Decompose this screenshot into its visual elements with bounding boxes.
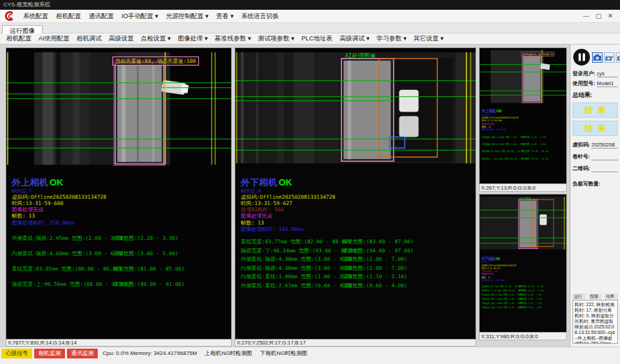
camera-up-button[interactable]: [604, 52, 614, 63]
left-pixel-coords: X:7677;Y:891;R:14;G:14;B:14: [6, 340, 232, 347]
measurement-value: 外侧直线-隔膜:2.95mm 范围:(2.00 - 3.50): [12, 235, 126, 241]
mid-camera-info: 外下相机OK NG判定:0 虚拟码:Offline202502081331347…: [241, 178, 335, 232]
log-text: 耗时: 222, 映射检测耗时: 17, 映射分离耗时: 0, 映射提取分区耗时…: [575, 302, 615, 344]
lower-camera-ng-link[interactable]: 下相机NG时检测图: [260, 349, 307, 358]
process-done-text: 图像处理完成: [241, 213, 335, 220]
coords-text: X:270;Y:2502;R:17;G:17;B:17: [237, 340, 306, 346]
mid-measurements: 直线宽度:83.77mm 范围:(82.00 - 88.00)报警范围:(83.…: [241, 238, 475, 291]
thumb-upper-view[interactable]: 当前亮度值:93, 动态亮度值:100 外上相机OK NG判定:T 虚拟码:Of…: [479, 47, 567, 184]
ai-image-overlay: AI处理图像: [519, 197, 531, 201]
left-camera-info: 外上相机OK NG判定:T 虚拟码:Offline202502081331347…: [12, 178, 106, 226]
alarm-range: 报警范围:(81.00 - 85.00): [113, 266, 184, 273]
toolbar: 相机配置 AI使用配置 相机调试 高级设置 点检设置 ▾ 图像处理 ▾ 基准线参…: [0, 33, 620, 45]
toolbar-advanced-debug[interactable]: 高级调试 ▾: [339, 34, 369, 43]
thumb-lower-content: AI处理图像 外下相机OK NG判定:0 虚拟码:Offline20250208…: [480, 195, 567, 333]
menu-language-switch[interactable]: 系统语言切换: [242, 12, 279, 21]
alarm-range: 报警范围:(2.00 - 7.00): [342, 265, 407, 272]
menu-light-control-config[interactable]: 光源控制配置 ▾: [166, 12, 209, 21]
toolbar-ai-usage-config[interactable]: AI使用配置: [38, 34, 70, 43]
thumb-upper-coords: X:267;Y:13;R:0;G:0;B:0: [479, 184, 567, 192]
measurement-value: 直线宽度:83.77mm 范围:(82.00 - 88.00): [241, 238, 351, 245]
camera-name: 外下相机: [482, 256, 495, 261]
measurement-value: 直线宽度:83.05mm 范围:(80.00 - 86.00): [12, 266, 122, 272]
menu-comm-config[interactable]: 通讯配置: [89, 12, 114, 21]
process-time: 图像处理耗时: 143.00ms: [241, 227, 335, 233]
menu-view[interactable]: 查看 ▾: [216, 12, 234, 21]
toolbar-camera-config[interactable]: 相机配置: [6, 34, 31, 43]
toolbar-baseline-params[interactable]: 基准线参数 ▾: [215, 34, 251, 43]
status-bar: 心跳信号 相机监测 通讯监测 Cpu: 0.0% Memory: 3424.41…: [0, 347, 620, 364]
upper-camera-ng-link[interactable]: 上相机NG时检测图: [205, 349, 252, 358]
pin-number-label: 卷针号:: [573, 153, 590, 160]
neg-write-count-row: 负极写数量:: [573, 181, 618, 188]
menu-system-config[interactable]: 系统配置: [23, 12, 48, 21]
left-camera-panel: 当前亮度值:93, 动态亮度值:100 外上相机OK NG判定:T 虚拟码:Of…: [6, 47, 232, 347]
measurement-row: 隔膜宽度-上:90.56mm 范围:(88.00 - 92.00)报警范围:(8…: [12, 281, 231, 296]
total-result-label: 总结果:: [573, 91, 618, 100]
measurement-row: 外侧直线-直线:2.61mm 范围:(0.60 - 4.00)报警范围:(0.6…: [482, 306, 567, 310]
measurement-row: 直线宽度:83.05mm 范围:(80.00 - 86.00)报警范围:(81.…: [12, 266, 231, 281]
thumb-upper-panel: 当前亮度值:93, 动态亮度值:100 外上相机OK NG判定:T 虚拟码:Of…: [479, 47, 567, 192]
thumb-upper-content: 当前亮度值:93, 动态亮度值:100 外上相机OK NG判定:T 虚拟码:Of…: [480, 48, 567, 184]
login-user-label: 登录用户:: [573, 70, 596, 77]
brightness-overlay: 当前亮度值:93, 动态亮度值:100: [521, 52, 554, 56]
toolbar-advanced-settings[interactable]: 高级设置: [109, 34, 134, 43]
thumb-lower-view[interactable]: AI处理图像 外下相机OK NG判定:0 虚拟码:Offline20250208…: [479, 194, 567, 333]
model-value: Model1: [597, 80, 619, 87]
camera-up-icon: [605, 54, 614, 61]
thumb-upper-info: 外上相机OK NG判定:T 虚拟码:Offline202502081331347…: [482, 109, 519, 131]
measurement-row: 内侧直线-直线:1.90mm 范围:(1.00 - 2.20)报警范围:(1.1…: [241, 273, 475, 282]
process-time: 图像处理耗时: 258.00ms: [12, 220, 106, 227]
side-button-row: [573, 47, 618, 68]
brightness-text: 当前亮度值:93, 动态亮度值:100: [115, 58, 196, 64]
qr-code-row: 二维码:: [573, 165, 618, 172]
camera-down-button[interactable]: [616, 52, 620, 63]
ng-substatus: NG判定:T: [12, 188, 106, 195]
log-box[interactable]: 耗时: 222, 映射检测耗时: 17, 映射分离耗时: 0, 映射提取分区耗时…: [573, 300, 618, 344]
toolbar-other-settings[interactable]: 其它设置 ▾: [413, 34, 443, 43]
toolbar-learning-params[interactable]: 学习参数 ▾: [376, 34, 406, 43]
measurement-value: 外侧直线-隔膜:4.38mm 范围:(3.00 - 9.00): [241, 256, 355, 262]
tab-strip: 运行图像: [0, 23, 620, 33]
toolbar-image-processing[interactable]: 图像处理 ▾: [178, 34, 208, 43]
measurement-row: 外侧直线-隔膜:2.95mm 范围:(2.00 - 3.50)报警范围:(2.2…: [12, 235, 231, 250]
alarm-range: 报警范围:(2.20 - 3.30): [113, 235, 178, 242]
thumb-lower-panel: AI处理图像 外下相机OK NG判定:0 虚拟码:Offline20250208…: [479, 194, 567, 340]
camera-icon: [593, 54, 602, 61]
measurement-value: 内侧直线-隔膜:4.60mm 范围:(3.00 - 6.00): [12, 250, 126, 257]
result-status: OK: [50, 177, 64, 188]
mid-pixel-coords: X:270;Y:2502;R:17;G:17;B:17: [235, 340, 476, 347]
measurement-row: 直线宽度:83.05mm 范围:(80.00 - 86.00)报警范围:(81.…: [482, 150, 567, 157]
ng-substatus: NG判定:0: [241, 188, 335, 195]
result-status: OK: [279, 177, 293, 188]
measurement-row: 外侧直线-隔膜:2.95mm 范围:(2.00 - 3.50)报警范围:(2.2…: [482, 135, 567, 142]
measurement-row: 隔膜宽度-上:90.56mm 范围:(88.00 - 92.00)报警范围:(8…: [482, 157, 567, 164]
close-icon[interactable]: ✕: [607, 13, 613, 20]
measurement-value: 内侧直线-直线:1.90mm 范围:(1.00 - 2.20): [241, 273, 355, 280]
pin-number-value: [591, 153, 618, 160]
toolbar-spot-check[interactable]: 点检设置 ▾: [141, 34, 171, 43]
brightness-overlay: 当前亮度值:93, 动态亮度值:100: [112, 56, 199, 66]
measurement-row: 内侧直线-隔膜:4.60mm 范围:(3.00 - 6.00)报警范围:(3.0…: [482, 143, 567, 150]
titlebar: CYS-视觉检测系统: [0, 0, 620, 10]
thumb-upper-measurements: 外侧直线-隔膜:2.95mm 范围:(2.00 - 3.50)报警范围:(2.2…: [482, 135, 567, 164]
mid-camera-view[interactable]: AI处理图像 外下相机OK NG判定:0 虚拟码:Offline20250208…: [235, 47, 476, 340]
measurement-row: 内侧直线-隔膜:4.38mm 范围:(3.00 - 9.00)报警范围:(2.0…: [241, 265, 475, 274]
pause-button[interactable]: [573, 48, 591, 66]
camera-capture-button[interactable]: [592, 52, 603, 63]
toolbar-plc-address-table[interactable]: PLC地址表: [302, 34, 333, 43]
thumb-lower-coords: X:311;Y:980;R:0;G:0;B:0: [479, 333, 567, 340]
total-result-box-1: 结果: [573, 103, 618, 118]
menu-camera-config[interactable]: 相机配置: [56, 12, 81, 21]
toolbar-test-item-params[interactable]: 测试项参数 ▾: [258, 34, 295, 43]
minimize-icon[interactable]: —: [583, 13, 589, 20]
toolbar-camera-debug[interactable]: 相机调试: [77, 34, 102, 43]
maximize-icon[interactable]: ▢: [596, 13, 602, 20]
window-title: CYS-视觉检测系统: [3, 1, 50, 8]
measurement-value: 外侧直线-直线:2.61mm 范围:(0.60 - 4.00): [241, 282, 355, 289]
process-time: 图像处理耗时: 258.00ms: [482, 128, 519, 131]
left-camera-view[interactable]: 当前亮度值:93, 动态亮度值:100 外上相机OK NG判定:T 虚拟码:Of…: [6, 47, 232, 340]
mid-camera-panel: AI处理图像 外下相机OK NG判定:0 虚拟码:Offline20250208…: [235, 47, 476, 347]
menu-io-manual-config[interactable]: IO手动配置 ▾: [121, 12, 158, 21]
camera-name: 外上相机: [482, 109, 496, 114]
